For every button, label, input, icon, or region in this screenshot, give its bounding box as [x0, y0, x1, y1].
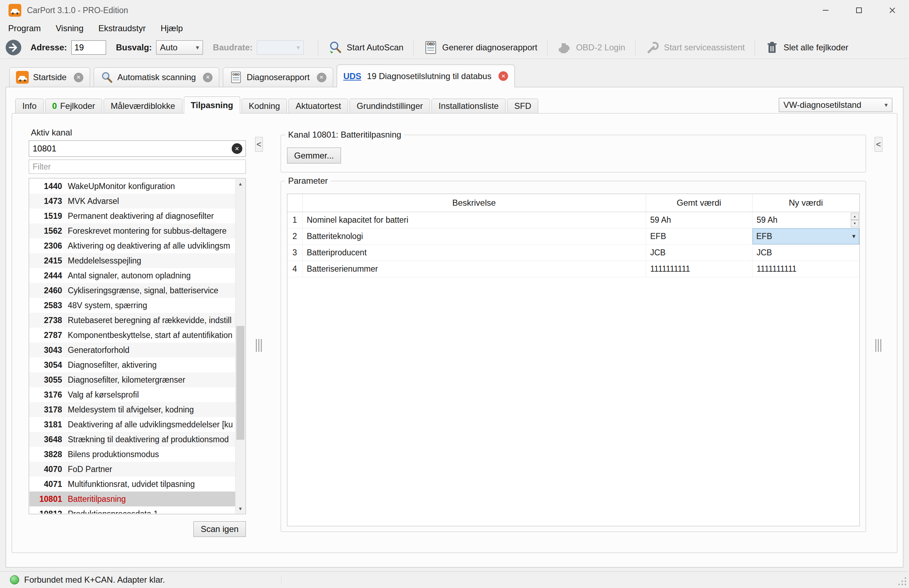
- chevron-down-icon: ▾: [852, 232, 856, 240]
- parameter-table: Beskrivelse Gemt værdi Ny værdi 1Nominel…: [287, 194, 860, 526]
- spinner-down-icon[interactable]: ▼: [851, 220, 859, 227]
- active-channel-input[interactable]: [29, 141, 246, 157]
- maximize-button[interactable]: [842, 0, 876, 21]
- channel-filter-input[interactable]: [29, 160, 246, 174]
- generate-report-button[interactable]: OBD Generer diagnoserapport: [418, 37, 543, 57]
- channel-label: Produktionsprocesdata 1: [68, 509, 235, 514]
- close-tab-icon[interactable]: ✕: [74, 73, 83, 82]
- parameter-row[interactable]: 2BatteriteknologiEFBEFB▾: [287, 228, 859, 244]
- channel-list-item[interactable]: 2738Rutebaseret beregning af rækkevidde,…: [29, 313, 235, 328]
- diagnostic-mode-select[interactable]: VW-diagnosetilstand ▾: [779, 98, 892, 112]
- scroll-down-icon[interactable]: ▼: [236, 504, 245, 514]
- channel-number: 2444: [29, 271, 62, 281]
- chevron-down-icon: ▾: [885, 101, 888, 109]
- scroll-up-icon[interactable]: ▲: [236, 179, 245, 189]
- menu-program[interactable]: Program: [1, 23, 48, 33]
- tab-info[interactable]: Info: [15, 99, 44, 113]
- tab-kodning[interactable]: Kodning: [242, 99, 287, 113]
- scrollbar-thumb[interactable]: [236, 326, 244, 440]
- close-tab-icon[interactable]: ✕: [317, 73, 327, 82]
- channel-list-item[interactable]: 3176Valg af kørselsprofil: [29, 387, 235, 402]
- start-service-assistant-button: Start serviceassistent: [640, 37, 750, 57]
- channel-list-item[interactable]: 2444Antal signaler, autonom opladning: [29, 268, 235, 283]
- menu-visning[interactable]: Visning: [48, 23, 91, 33]
- channel-list-item[interactable]: 1562Foreskrevet montering for subbus-del…: [29, 223, 235, 238]
- close-tab-icon[interactable]: ✕: [203, 73, 212, 82]
- clear-icon[interactable]: ✕: [232, 143, 242, 154]
- spinner-up-icon[interactable]: ▲: [851, 213, 859, 220]
- go-arrow-button[interactable]: [5, 39, 22, 56]
- ny-vaerdi-spinner[interactable]: ▲▼: [851, 213, 859, 227]
- left-splitter-grip[interactable]: [256, 339, 262, 352]
- uds-link[interactable]: UDS: [343, 71, 362, 81]
- close-tab-icon[interactable]: ✕: [498, 71, 508, 81]
- tab-uds-diagnose[interactable]: UDS 19 Diagnosetilslutning til databus ✕: [337, 65, 515, 87]
- obd-report-icon: OBD: [230, 71, 242, 84]
- ny-vaerdi-cell[interactable]: 59 Ah▲▼: [752, 212, 859, 228]
- gemt-vaerdi-cell: JCB: [646, 244, 752, 261]
- channel-number: 10801: [29, 494, 62, 504]
- right-splitter-grip[interactable]: [875, 339, 882, 352]
- tab-aktuatortest[interactable]: Aktuatortest: [288, 99, 348, 113]
- ny-vaerdi-cell[interactable]: JCB: [752, 244, 859, 261]
- gemt-vaerdi-header: Gemt værdi: [646, 194, 752, 212]
- channel-list-item[interactable]: 2460Cykliseringsgrænse, signal, batteris…: [29, 283, 235, 298]
- channel-list-item[interactable]: 258348V system, spærring: [29, 298, 235, 313]
- parameter-row[interactable]: 1Nominel kapacitet for batteri59 Ah59 Ah…: [287, 212, 859, 228]
- minimize-button[interactable]: [809, 0, 842, 21]
- channel-list-item[interactable]: 3178Meldesystem til afvigelser, kodning: [29, 402, 235, 417]
- scan-again-button[interactable]: Scan igen: [193, 521, 246, 537]
- channel-list-item[interactable]: 10801Batteritilpasning: [29, 491, 235, 506]
- tab-grundindstillinger[interactable]: Grundindstillinger: [349, 99, 430, 113]
- channel-list-item[interactable]: 3648Strækning til deaktivering af produk…: [29, 432, 235, 447]
- channel-list-item[interactable]: 4071Multifunktionsrat, udvidet tilpasnin…: [29, 477, 235, 491]
- tab-diagnoserapport[interactable]: OBD Diagnoserapport ✕: [223, 67, 333, 87]
- tab-fejlkoder[interactable]: 0 Fejlkoder: [45, 99, 102, 113]
- resize-grip[interactable]: [895, 574, 907, 586]
- channel-list-item[interactable]: 10812Produktionsprocesdata 1: [29, 506, 235, 514]
- channel-number: 2306: [29, 241, 62, 251]
- tab-installationsliste[interactable]: Installationsliste: [432, 99, 506, 113]
- menu-ekstraudstyr[interactable]: Ekstraudstyr: [91, 23, 153, 33]
- bus-select[interactable]: Auto ▾: [156, 40, 203, 55]
- tab-maalevaerdiblokke[interactable]: Måleværdiblokke: [104, 99, 182, 113]
- collapse-left-splitter-button[interactable]: <: [255, 137, 263, 152]
- channel-number: 3043: [29, 346, 62, 355]
- save-button[interactable]: Gemmer...: [287, 147, 341, 163]
- clear-dtc-button[interactable]: Slet alle fejlkoder: [759, 37, 854, 57]
- ny-vaerdi-cell[interactable]: EFB▾: [752, 228, 859, 244]
- start-autoscan-button[interactable]: Start AutoScan: [322, 37, 409, 57]
- chevron-down-icon: ▾: [196, 44, 199, 52]
- menu-hjaelp[interactable]: Hjælp: [153, 23, 191, 33]
- tab-automatisk-scanning[interactable]: Automatisk scanning ✕: [94, 67, 219, 87]
- baudrate-select: ▾: [257, 40, 304, 55]
- ny-vaerdi-cell[interactable]: 1111111111: [752, 261, 859, 277]
- channel-list-item[interactable]: 2306Aktivering og deaktivering af alle u…: [29, 238, 235, 253]
- tab-tilpasning[interactable]: Tilpasning: [184, 97, 241, 113]
- channel-list-item[interactable]: 1519Permanent deaktivering af diagnosefi…: [29, 208, 235, 223]
- channel-list-item[interactable]: 3043Generatorforhold: [29, 342, 235, 357]
- window-controls: [809, 0, 909, 21]
- channel-list-item[interactable]: 2787Komponentbeskyttelse, start af auten…: [29, 328, 235, 342]
- status-text: Forbundet med K+CAN. Adapter klar.: [24, 575, 165, 585]
- row-number: 1: [287, 212, 302, 228]
- address-input[interactable]: [71, 40, 106, 55]
- channel-list-item[interactable]: 1473MVK Advarsel: [29, 194, 235, 208]
- channel-list-item[interactable]: 1440WakeUpMonitor konfiguration: [29, 179, 235, 194]
- parameter-row[interactable]: 3BatteriproducentJCBJCB: [287, 244, 859, 261]
- collapse-right-splitter-button[interactable]: <: [875, 137, 882, 152]
- channel-list-scrollbar[interactable]: ▲ ▼: [235, 179, 245, 514]
- ny-vaerdi-combo[interactable]: EFB▾: [752, 228, 860, 244]
- channel-label: Permanent deaktivering af diagnosefilter: [68, 212, 235, 221]
- channel-list-item[interactable]: 3181Deaktivering af alle udviklingsmedde…: [29, 417, 235, 432]
- close-button[interactable]: [876, 0, 909, 21]
- channel-list-item[interactable]: 3054Diagnosefilter, aktivering: [29, 357, 235, 372]
- tab-sfd[interactable]: SFD: [507, 99, 538, 113]
- channel-list-item[interactable]: 3055Diagnosefilter, kilometergrænser: [29, 372, 235, 387]
- channel-list-item[interactable]: 3828Bilens produktionsmodus: [29, 447, 235, 462]
- tab-startside[interactable]: Startside ✕: [9, 67, 90, 87]
- parameter-row[interactable]: 4Batteriserienummer11111111111111111111: [287, 261, 859, 277]
- channel-list-item[interactable]: 4070FoD Partner: [29, 462, 235, 477]
- channel-list-item[interactable]: 2415Meddelelsesspejling: [29, 253, 235, 268]
- beskrivelse-header: Beskrivelse: [302, 194, 646, 212]
